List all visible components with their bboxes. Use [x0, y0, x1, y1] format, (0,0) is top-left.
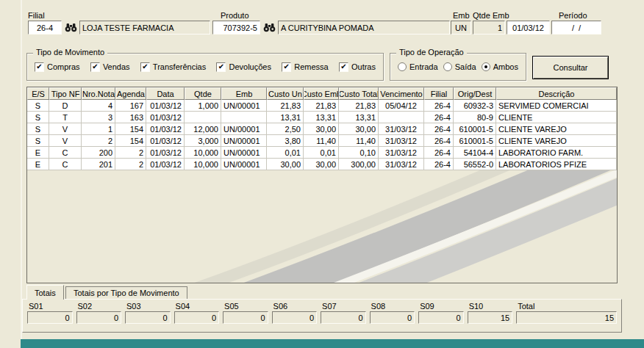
grid-cell: SERVIMED COMERCIAI	[496, 100, 617, 112]
total-field-label: S08	[370, 302, 415, 311]
checkbox-outras[interactable]: ✔Outras	[339, 62, 376, 72]
total-field-label: S04	[174, 302, 220, 311]
grid-cell: 26-4	[424, 147, 454, 159]
total-field-s04: S040	[174, 302, 220, 324]
grid-row[interactable]: EC201201/03/1210,000UN/0000130,0030,0030…	[27, 159, 617, 170]
grid-header-cell[interactable]: Custo Total	[339, 87, 379, 100]
bottom-teal-bar	[21, 339, 644, 348]
grid-header-cell[interactable]: Vencimento	[379, 87, 424, 100]
grid-cell: UN/00001	[221, 135, 267, 147]
total-field-label: S06	[272, 302, 318, 311]
grid-cell	[185, 112, 221, 123]
grid-header-cell[interactable]: Orig/Dest	[454, 87, 496, 100]
checkmark-icon: ✔	[35, 62, 44, 72]
radio-saída[interactable]: Saída	[443, 62, 476, 71]
grid-cell: 3	[82, 112, 115, 123]
filial-code-input[interactable]	[28, 21, 62, 35]
grid-cell: 11,40	[339, 135, 379, 147]
tipo-operacao-groupbox: Tipo de Operação EntradaSaídaAmbos	[390, 53, 526, 81]
total-field-label: S03	[125, 302, 171, 311]
grid-row[interactable]: SV115401/03/1212,000UN/000012,5030,0030,…	[27, 123, 617, 135]
grid-cell: 01/03/12	[146, 159, 185, 170]
grid-cell: UN/00001	[221, 100, 267, 112]
checkbox-label: Remessa	[294, 62, 328, 71]
radio-ambos[interactable]: Ambos	[482, 62, 518, 71]
grid-cell: 10,000	[185, 159, 221, 170]
grid-row[interactable]: SV215401/03/123,000UN/000013,8011,4011,4…	[27, 135, 617, 147]
checkbox-compras[interactable]: ✔Compras	[35, 62, 80, 72]
periodo-from-input[interactable]	[507, 21, 550, 35]
movement-query-window: { "colors": { "window_bg": "#ece9d8", "s…	[0, 0, 644, 348]
grid-cell: 54104-4	[454, 147, 496, 159]
grid-header-cell[interactable]: E/S	[27, 87, 49, 100]
grid-header-cell[interactable]: Emb	[221, 87, 267, 100]
grid-cell: 2	[82, 135, 115, 147]
total-field-label: Total	[516, 302, 617, 311]
checkbox-label: Vendas	[103, 62, 130, 71]
grid-cell: 31/03/12	[379, 147, 424, 159]
grid-cell: 30,00	[339, 123, 379, 135]
checkbox-devoluções[interactable]: ✔Devoluções	[216, 62, 271, 72]
periodo-to-input[interactable]	[551, 21, 601, 35]
grid-cell	[379, 112, 424, 123]
tab-totais[interactable]: Totais	[26, 285, 64, 300]
grid-header-cell[interactable]: Custo Emb	[304, 87, 339, 100]
checkbox-vendas[interactable]: ✔Vendas	[90, 62, 130, 72]
total-field-label: S05	[223, 302, 268, 311]
grid-row[interactable]: SD416701/03/121,000UN/0000121,8321,8321,…	[27, 100, 617, 112]
grid-cell: 154	[115, 123, 146, 135]
grid-cell: C	[49, 159, 82, 170]
grid-header-cell[interactable]: Agenda	[115, 87, 146, 100]
grid-cell: UN/00001	[221, 147, 267, 159]
tipo-movimento-options: ✔Compras✔Vendas✔Transferências✔Devoluçõe…	[27, 54, 383, 80]
tipo-operacao-options: EntradaSaídaAmbos	[390, 54, 526, 80]
produto-lookup-button[interactable]	[262, 21, 276, 35]
grid-cell: 610001-5	[454, 123, 496, 135]
grid-header-cell[interactable]: Tipo NF	[49, 87, 82, 100]
total-field-s10: S1015	[468, 302, 513, 324]
grid-header-cell[interactable]: Nro.Nota	[82, 87, 115, 100]
grid-cell: S	[27, 112, 49, 123]
radio-entrada[interactable]: Entrada	[398, 62, 438, 71]
grid-body: SD416701/03/121,000UN/0000121,8321,8321,…	[27, 100, 617, 170]
grid-cell: 01/03/12	[146, 112, 185, 123]
checkbox-label: Compras	[47, 62, 80, 71]
qtde-emb-label: Qtde Emb	[473, 11, 509, 20]
total-field-s08: S080	[370, 302, 415, 324]
total-field-value: 0	[223, 311, 268, 324]
grid-cell: 26-4	[424, 159, 454, 170]
grid-row[interactable]: EC200201/03/1210,000UN/000010,010,010,10…	[27, 147, 617, 159]
grid-header-cell[interactable]: Filial	[424, 87, 454, 100]
radio-circle-icon	[398, 62, 407, 71]
grid-cell: S	[27, 100, 49, 112]
grid-cell: 2	[115, 147, 146, 159]
grid-cell: 163	[115, 112, 146, 123]
grid-cell: 30,00	[267, 159, 304, 170]
grid-cell: 30,00	[304, 123, 339, 135]
checkbox-label: Outras	[351, 62, 376, 71]
grid-header-cell[interactable]: Qtde	[185, 87, 221, 100]
total-field-s01: S010	[27, 302, 73, 324]
movements-grid: E/STipo NFNro.NotaAgendaDataQtdeEmbCusto…	[26, 87, 618, 283]
total-field-value: 15	[516, 311, 617, 324]
produto-name-field	[278, 21, 450, 35]
grid-row[interactable]: ST316301/03/1213,3113,3113,3126-480-9CLI…	[27, 112, 617, 123]
emb-label: Emb	[453, 11, 470, 20]
total-field-label: S01	[27, 302, 73, 311]
filial-lookup-button[interactable]	[63, 21, 78, 35]
grid-cell: 0,10	[339, 147, 379, 159]
grid-cell: 201	[82, 159, 115, 170]
grid-cell: E	[27, 147, 49, 159]
grid-header-cell[interactable]: Data	[146, 87, 185, 100]
grid-cell: 10,000	[185, 147, 221, 159]
total-field-value: 0	[370, 311, 415, 324]
checkbox-transferências[interactable]: ✔Transferências	[140, 62, 206, 72]
filial-name-field	[79, 21, 210, 35]
grid-header-cell[interactable]: Custo Un	[267, 87, 304, 100]
tab-totais-por-tipo-movimento[interactable]: Totais por Tipo de Movimento	[65, 286, 187, 299]
checkbox-remessa[interactable]: ✔Remessa	[282, 62, 328, 72]
consultar-button[interactable]: Consultar	[532, 56, 609, 79]
grid-header-cell[interactable]: Descrição	[496, 87, 617, 100]
binoculars-icon	[263, 23, 276, 32]
produto-code-input[interactable]	[212, 21, 260, 35]
